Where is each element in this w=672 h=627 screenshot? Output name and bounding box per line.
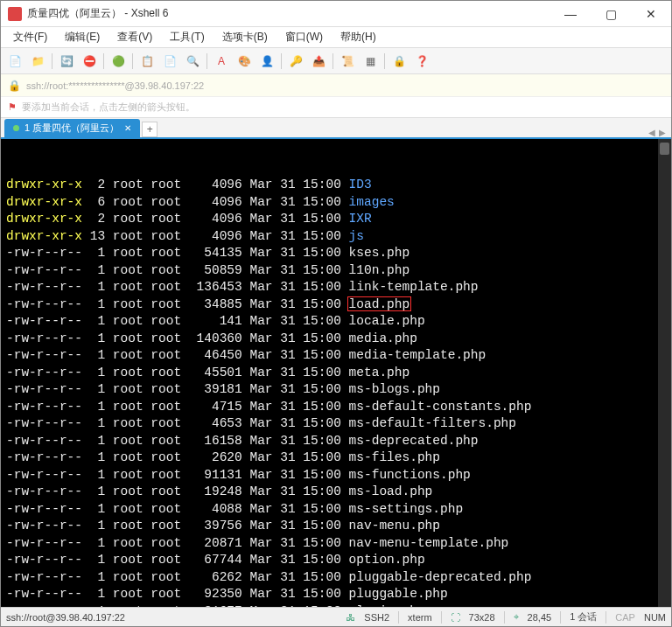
terminal-line: -rw-r--r-- 1 root root 92350 Mar 31 15:0…	[6, 586, 666, 603]
file-name: images	[349, 195, 395, 209]
ssh-icon: 🖧	[346, 612, 355, 623]
terminal-line: -rw-r--r-- 1 root root 50859 Mar 31 15:0…	[6, 262, 666, 280]
user-icon[interactable]: 👤	[258, 52, 276, 70]
minimize-button[interactable]: —	[550, 1, 591, 27]
properties-icon[interactable]: 🟢	[109, 52, 127, 70]
new-session-icon[interactable]: 📄	[6, 52, 24, 70]
help-icon[interactable]: ❓	[413, 52, 430, 70]
close-button[interactable]: ✕	[631, 1, 671, 27]
flag-icon: ⚑	[8, 101, 17, 113]
tab-prev-icon[interactable]: ◀	[648, 128, 655, 137]
file-name: option.php	[349, 553, 425, 567]
open-session-icon[interactable]: 📁	[29, 52, 46, 70]
file-name: link-template.php	[349, 280, 479, 294]
file-name: ms-blogs.php	[349, 382, 440, 396]
file-name: media-template.php	[349, 348, 486, 362]
tab-close-icon[interactable]: ✕	[124, 123, 131, 133]
terminal-line: drwxr-xr-x 2 root root 4096 Mar 31 15:00…	[6, 211, 666, 228]
cursor-icon: ⌖	[514, 611, 519, 623]
menu-help[interactable]: 帮助(H)	[333, 28, 383, 46]
status-dot-icon	[13, 125, 19, 131]
file-name: pluggable.php	[349, 587, 448, 601]
key-icon[interactable]: 🔑	[287, 52, 304, 70]
file-name: ms-settings.php	[349, 502, 464, 516]
tabbar: 1 质量四优（阿里云） ✕ + ◀ ▶	[1, 118, 671, 139]
scrollbar-thumb[interactable]	[660, 143, 669, 155]
menu-file[interactable]: 文件(F)	[6, 28, 54, 46]
hint-bar: ⚑ 要添加当前会话，点击左侧的箭头按钮。	[1, 97, 671, 118]
status-num: NUM	[644, 612, 666, 623]
separator	[281, 53, 282, 69]
terminal-line: -rw-r--r-- 1 root root 20871 Mar 31 15:0…	[6, 535, 666, 553]
separator	[606, 611, 606, 624]
hint-text: 要添加当前会话，点击左侧的箭头按钮。	[22, 101, 195, 114]
file-name: ms-default-filters.php	[349, 416, 516, 430]
file-name: meta.php	[349, 366, 410, 380]
font-icon[interactable]: A	[213, 52, 230, 70]
file-name: l10n.php	[349, 263, 410, 277]
terminal-line: -rw-r--r-- 1 root root 46450 Mar 31 15:0…	[6, 347, 666, 365]
session-tab[interactable]: 1 质量四优（阿里云） ✕	[4, 119, 140, 137]
paste-icon[interactable]: 📄	[161, 52, 178, 70]
menu-edit[interactable]: 编辑(E)	[58, 28, 107, 46]
lock-icon[interactable]: 🔒	[390, 52, 408, 70]
scrollbar[interactable]	[658, 139, 671, 607]
terminal[interactable]: drwxr-xr-x 2 root root 4096 Mar 31 15:00…	[1, 139, 671, 607]
app-icon	[8, 7, 22, 21]
add-tab-button[interactable]: +	[142, 122, 158, 137]
disconnect-icon[interactable]: ⛔	[80, 52, 98, 70]
separator	[332, 53, 333, 69]
menu-tab[interactable]: 选项卡(B)	[215, 28, 275, 46]
tile-icon[interactable]: ▦	[361, 52, 379, 70]
titlebar: 质量四优（阿里云） - Xshell 6 — ▢ ✕	[1, 1, 671, 27]
tab-label: 1 质量四优（阿里云）	[24, 122, 119, 135]
terminal-line: -rw-r--r-- 1 root root 34885 Mar 31 15:0…	[6, 296, 666, 314]
address-text[interactable]: ssh://root:***************@39.98.40.197:…	[26, 80, 204, 91]
status-cap: CAP	[615, 612, 635, 623]
separator	[398, 611, 399, 624]
terminal-line: -rw-r--r-- 1 root root 19248 Mar 31 15:0…	[6, 484, 666, 501]
menu-tools[interactable]: 工具(T)	[163, 28, 211, 46]
terminal-line: -rw-r--r-- 1 root root 140360 Mar 31 15:…	[6, 331, 666, 348]
menu-window[interactable]: 窗口(W)	[278, 28, 330, 46]
color-icon[interactable]: 🎨	[235, 52, 253, 70]
tab-next-icon[interactable]: ▶	[659, 128, 666, 137]
maximize-button[interactable]: ▢	[591, 1, 631, 27]
transfer-icon[interactable]: 📤	[310, 52, 327, 70]
separator	[52, 53, 52, 69]
lock-icon: 🔒	[8, 80, 21, 92]
statusbar: ssh://root@39.98.40.197:22 🖧 SSH2 xterm …	[1, 607, 671, 626]
file-name: IXR	[349, 212, 372, 226]
terminal-line: drwxr-xr-x 13 root root 4096 Mar 31 15:0…	[6, 228, 666, 246]
terminal-line: -rw-r--r-- 1 root root 2620 Mar 31 15:00…	[6, 449, 666, 467]
copy-icon[interactable]: 📋	[138, 52, 156, 70]
terminal-line: drwxr-xr-x 6 root root 4096 Mar 31 15:00…	[6, 194, 666, 212]
file-name: ID3	[349, 178, 372, 192]
terminal-line: -rw-r--r-- 1 root root 136453 Mar 31 15:…	[6, 279, 666, 296]
status-sessions: 1 会话	[570, 610, 597, 624]
terminal-line: -rw-r--r-- 1 root root 67744 Mar 31 15:0…	[6, 552, 666, 569]
terminal-line: -rw-r--r-- 1 root root 54135 Mar 31 15:0…	[6, 245, 666, 262]
terminal-line: -rw-r--r-- 1 root root 141 Mar 31 15:00 …	[6, 313, 666, 331]
terminal-line: -rw-r--r-- 1 root root 6262 Mar 31 15:00…	[6, 569, 666, 587]
file-name: ms-load.php	[349, 484, 433, 498]
window-title: 质量四优（阿里云） - Xshell 6	[27, 6, 550, 21]
script-icon[interactable]: 📜	[339, 52, 356, 70]
file-name: load.php	[349, 297, 410, 311]
file-name: kses.php	[349, 246, 410, 260]
toolbar: 📄 📁 🔄 ⛔ 🟢 📋 📄 🔍 A 🎨 👤 🔑 📤 📜 ▦ 🔒 ❓	[1, 48, 671, 74]
find-icon[interactable]: 🔍	[184, 52, 201, 70]
tab-nav: ◀ ▶	[648, 128, 671, 137]
status-cursor: 28,45	[528, 612, 552, 623]
terminal-line: -rw-r--r-- 1 root root 39181 Mar 31 15:0…	[6, 381, 666, 399]
terminal-line: -rw-r--r-- 1 root root 4653 Mar 31 15:00…	[6, 415, 666, 433]
file-name: media.php	[349, 331, 417, 345]
status-conn: ssh://root@39.98.40.197:22	[6, 612, 125, 623]
file-name: plugin.php	[349, 604, 425, 608]
terminal-line: -rw-r--r-- 1 root root 16158 Mar 31 15:0…	[6, 433, 666, 450]
size-icon: ⛶	[451, 612, 460, 623]
reconnect-icon[interactable]: 🔄	[58, 52, 75, 70]
menubar: 文件(F) 编辑(E) 查看(V) 工具(T) 选项卡(B) 窗口(W) 帮助(…	[1, 27, 671, 48]
separator	[441, 611, 442, 624]
menu-view[interactable]: 查看(V)	[110, 28, 159, 46]
